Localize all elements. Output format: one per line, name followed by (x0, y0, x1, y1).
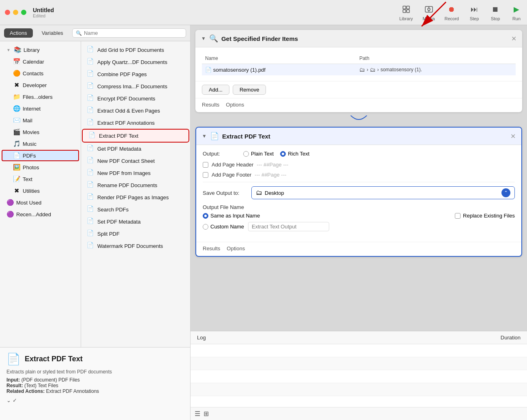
arrow-icon: › (366, 67, 368, 72)
nav-item-movies[interactable]: 🎬 Movies (2, 126, 79, 138)
log-rows (191, 344, 527, 407)
remove-button[interactable]: Remove (233, 85, 266, 95)
extract-chevron-icon[interactable]: ▼ (202, 133, 207, 139)
nav-item-music[interactable]: 🎵 Music (2, 138, 79, 149)
custom-name-input[interactable] (248, 222, 329, 231)
action-apply-quartz[interactable]: 📄 Apply Quartz...DF Documents (81, 56, 190, 68)
nav-item-photos[interactable]: 🖼️ Photos (2, 162, 79, 173)
action-extract-odd[interactable]: 📄 Extract Odd & Even Pages (81, 104, 190, 117)
desc-result: Result: (Text) Text Files (6, 383, 184, 388)
tab-actions[interactable]: Actions (4, 28, 33, 38)
nav-item-recently-added[interactable]: 🟣 Recen...Added (2, 209, 79, 220)
filename-label: Output File Name (203, 204, 515, 210)
nav-item-utilities[interactable]: ✖ Utilities (2, 185, 79, 196)
action-set-metadata[interactable]: 📄 Set PDF Metadata (81, 215, 190, 228)
desc-bottom: ⌄ ✓ (6, 397, 184, 403)
nav-item-most-used[interactable]: 🟣 Most Used (2, 197, 79, 208)
finder-card-tabs: Results Options (195, 98, 522, 112)
finder-card-title: Get Specified Finder Items (221, 35, 508, 42)
add-button[interactable]: Add... (202, 85, 229, 95)
rich-text-radio[interactable] (280, 151, 286, 157)
mail-icon: ✉️ (13, 117, 20, 124)
finder-chevron-icon[interactable]: ▼ (201, 36, 206, 41)
sidebar: Actions Variables 🔍 ▼ 📚 Library 📅 Calend… (0, 25, 191, 420)
extract-close-button[interactable]: ✕ (510, 132, 516, 140)
action-encrypt[interactable]: 📄 Encrypt PDF Documents (81, 92, 190, 104)
action-combine[interactable]: 📄 Combine PDF Pages (81, 68, 190, 80)
action-extract-annotations[interactable]: 📄 Extract PDF Annotations (81, 117, 190, 129)
log-list-icon[interactable]: ☰ (195, 410, 200, 418)
rich-text-option[interactable]: Rich Text (280, 151, 309, 157)
nav-item-library[interactable]: ▼ 📚 Library (2, 44, 79, 55)
nav-item-calendar[interactable]: 📅 Calendar (2, 56, 79, 67)
replace-existing-checkbox[interactable] (455, 213, 461, 219)
nav-item-mail[interactable]: ✉️ Mail (2, 115, 79, 126)
plain-text-radio[interactable] (243, 151, 249, 157)
action-search[interactable]: 📄 Search PDFs (81, 203, 190, 215)
action-watermark[interactable]: 📄 Watermark PDF Documents (81, 240, 190, 252)
nav-item-developer[interactable]: ✖ Developer (2, 79, 79, 91)
same-as-input-option[interactable]: Same as Input Name (203, 213, 260, 219)
desc-icon: 📄 (6, 352, 21, 366)
path-text: somatosensory (1). (380, 67, 422, 72)
pdfs-icon: 📄 (13, 152, 20, 159)
tab-options-extract[interactable]: Options (227, 245, 245, 253)
plain-text-option[interactable]: Plain Text (243, 151, 274, 157)
add-footer-checkbox[interactable] (203, 172, 208, 178)
main-layout: Actions Variables 🔍 ▼ 📚 Library 📅 Calend… (0, 25, 527, 420)
related-value: Extract PDF Annotations (46, 388, 99, 394)
desc-title: Extract PDF Text (25, 355, 83, 363)
action-rename[interactable]: 📄 Rename PDF Documents (81, 179, 190, 191)
maximize-button[interactable] (21, 10, 26, 15)
tab-options-finder[interactable]: Options (226, 102, 244, 109)
tab-variables[interactable]: Variables (36, 28, 69, 38)
library-label: Library (399, 16, 413, 21)
nav-label-developer: Developer (23, 82, 47, 88)
action-add-grid[interactable]: 📄 Add Grid to PDF Documents (81, 44, 190, 56)
folder-arrow-icon[interactable]: ⌃ (501, 188, 510, 197)
action-new-contact-sheet[interactable]: 📄 New PDF Contact Sheet (81, 155, 190, 167)
action-label: Split PDF (97, 231, 120, 237)
add-header-checkbox[interactable] (203, 162, 208, 168)
tab-results-extract[interactable]: Results (203, 245, 220, 253)
toolbar-step[interactable]: ⏭ Step (469, 4, 480, 21)
input-label: Input: (6, 377, 20, 383)
close-button[interactable] (5, 10, 10, 15)
calendar-icon: 📅 (13, 58, 20, 65)
action-new-from-images[interactable]: 📄 New PDF from Images (81, 167, 190, 179)
table-row[interactable]: 📄 somatosensory (1).pdf 🗂 › 🗂 › (202, 64, 516, 76)
action-label: Combine PDF Pages (97, 71, 147, 77)
nav-item-contacts[interactable]: 🟠 Contacts (2, 68, 79, 79)
minimize-button[interactable] (13, 10, 18, 15)
search-input[interactable] (84, 30, 182, 36)
nav-item-internet[interactable]: 🌐 Internet (2, 103, 79, 114)
action-get-metadata[interactable]: 📄 Get PDF Metadata (81, 143, 190, 155)
replace-existing-label: Replace Existing Files (463, 213, 515, 219)
toolbar-library[interactable]: Library (399, 4, 413, 21)
log-grid-icon[interactable]: ⊞ (204, 410, 209, 418)
filename-options: Same as Input Name Replace Existing File… (203, 213, 515, 231)
desc-header: 📄 Extract PDF Text (6, 352, 184, 366)
same-as-input-radio[interactable] (203, 213, 208, 219)
custom-name-option[interactable]: Custom Name (203, 224, 244, 230)
toolbar-stop[interactable]: ⏹ Stop (490, 4, 501, 21)
toolbar-record[interactable]: ⏺ Record (445, 4, 459, 21)
folder-select[interactable]: 🗂 Desktop ⌃ (251, 186, 515, 199)
extract-pdf-card: ▼ 📄 Extract PDF Text ✕ Output: Plain Tex… (195, 127, 522, 257)
log-col-log: Log (197, 335, 472, 341)
toolbar-run[interactable]: ▶ Run (511, 4, 522, 21)
tab-results-finder[interactable]: Results (202, 102, 219, 109)
toolbar-media[interactable]: Media (423, 4, 435, 21)
finder-close-button[interactable]: ✕ (511, 35, 516, 43)
record-label: Record (445, 16, 459, 21)
svg-rect-0 (403, 6, 406, 9)
action-render[interactable]: 📄 Render PDF Pages as Images (81, 191, 190, 203)
custom-name-radio[interactable] (203, 224, 208, 230)
nav-item-files[interactable]: 📁 Files...olders (2, 91, 79, 102)
desc-description: Extracts plain or styled text from PDF d… (6, 369, 184, 375)
nav-item-pdfs[interactable]: 📄 PDFs (2, 150, 79, 161)
action-compress[interactable]: 📄 Compress Ima...F Documents (81, 80, 190, 92)
action-extract-text[interactable]: 📄 Extract PDF Text (83, 130, 189, 142)
nav-item-text[interactable]: 📝 Text (2, 173, 79, 185)
action-split[interactable]: 📄 Split PDF (81, 228, 190, 240)
